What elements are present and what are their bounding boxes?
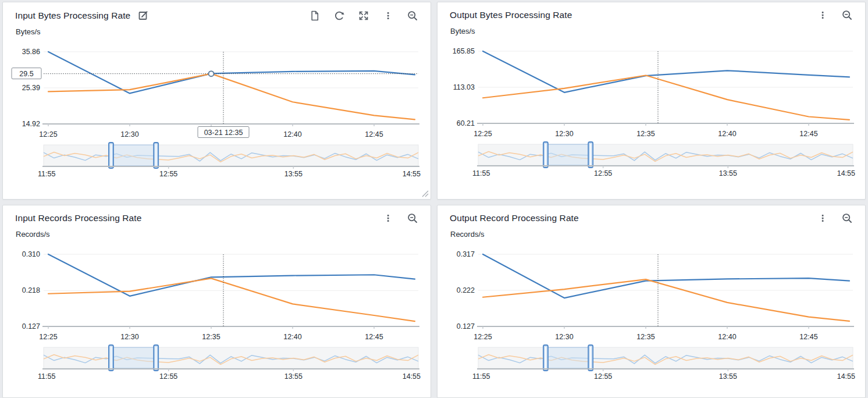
brush-tick-label: 11:55	[472, 372, 490, 381]
brush-selection[interactable]	[111, 145, 156, 166]
orange-series-line	[483, 75, 849, 119]
brush-tick-label: 13:55	[284, 372, 303, 381]
y-tick-label: 165.85	[453, 47, 475, 55]
widget-toolbar	[817, 10, 852, 20]
x-tick-label: 12:45	[799, 130, 817, 138]
brush-tick-label: 13:55	[719, 372, 737, 381]
panel-header: Output Record Processing Rate	[437, 205, 865, 223]
widget-toolbar	[310, 10, 418, 21]
crosshair-y-value: 29.5	[19, 70, 33, 78]
orange-series-line	[483, 279, 849, 321]
panel-title: Input Records Processing Rate	[15, 213, 141, 223]
kebab-menu-icon[interactable]	[817, 10, 828, 20]
panel-header: Input Records Processing Rate	[3, 205, 431, 223]
panel-output-bytes: Output Bytes Processing Rate Bytes/s 165…	[437, 2, 866, 200]
x-tick-label: 12:30	[555, 130, 573, 138]
expand-icon[interactable]	[358, 10, 369, 21]
refresh-icon[interactable]	[334, 10, 344, 21]
y-tick-label: 0.310	[22, 250, 40, 258]
brush-tick-label: 12:55	[159, 372, 177, 381]
y-tick-label: 0.222	[457, 286, 475, 294]
panel-input-records: Input Records Processing Rate Records/s …	[2, 205, 431, 398]
brush-tick-label: 13:55	[284, 170, 303, 178]
y-axis-unit-label: Bytes/s	[3, 21, 431, 36]
timeseries-chart[interactable]: 0.3100.2180.12712:2512:3012:3512:4012:45…	[8, 240, 426, 386]
x-tick-label: 12:25	[39, 333, 57, 341]
x-tick-label: 12:40	[283, 333, 301, 341]
kebab-menu-icon[interactable]	[383, 10, 393, 21]
panel-output-records: Output Record Processing Rate Records/s …	[437, 205, 866, 398]
brush-tick-label: 12:55	[594, 169, 612, 177]
y-tick-label: 0.218	[22, 286, 40, 294]
brush-tick-label: 11:55	[38, 372, 55, 381]
brush-tick-label: 12:55	[159, 170, 177, 178]
y-axis-unit-label: Records/s	[437, 223, 865, 239]
crosshair-x-value: 03-21 12:35	[204, 129, 243, 137]
brush-tick-label: 14:55	[837, 372, 855, 381]
hover-marker	[209, 71, 214, 76]
x-tick-label: 12:25	[474, 130, 492, 138]
brush-selection[interactable]	[546, 347, 590, 368]
zoom-out-icon[interactable]	[842, 213, 852, 223]
y-tick-label: 0.317	[457, 250, 475, 258]
x-tick-label: 12:35	[636, 333, 654, 341]
zoom-out-icon[interactable]	[407, 10, 418, 21]
kebab-menu-icon[interactable]	[383, 213, 393, 223]
kebab-menu-icon[interactable]	[817, 213, 828, 223]
zoom-out-icon[interactable]	[842, 10, 852, 20]
timeseries-chart[interactable]: 35.8625.3914.9212:2512:3012:4012:4529.50…	[8, 38, 426, 183]
x-tick-label: 12:30	[555, 333, 573, 341]
x-tick-label: 12:35	[636, 130, 654, 138]
blue-series-line	[48, 254, 415, 296]
x-tick-label: 12:30	[120, 130, 138, 138]
x-tick-label: 12:30	[120, 333, 138, 341]
brush-tick-label: 14:55	[403, 372, 421, 381]
x-tick-label: 12:45	[365, 130, 383, 138]
y-tick-label: 25.39	[22, 84, 40, 92]
brush-tick-label: 12:55	[594, 372, 612, 381]
orange-series-line	[48, 74, 415, 120]
blue-series-line	[48, 52, 415, 93]
brush-tick-label: 14:55	[837, 169, 855, 177]
dashboard-grid: Input Bytes Processing Rate Bytes/s 35.8…	[0, 0, 868, 398]
y-axis-unit-label: Records/s	[3, 223, 431, 239]
brush-tick-label: 11:55	[38, 170, 55, 178]
x-tick-label: 12:25	[39, 130, 57, 138]
brush-selection[interactable]	[546, 144, 590, 165]
x-tick-label: 12:25	[474, 333, 492, 341]
brush-tick-label: 14:55	[403, 170, 421, 178]
panel-header: Input Bytes Processing Rate	[3, 2, 431, 21]
x-tick-label: 12:35	[202, 333, 220, 341]
x-tick-label: 12:45	[365, 333, 383, 341]
y-tick-label: 0.127	[457, 322, 475, 331]
brush-selection[interactable]	[111, 347, 156, 368]
y-tick-label: 113.03	[453, 83, 475, 91]
y-tick-label: 60.21	[457, 119, 475, 127]
widget-toolbar	[817, 213, 852, 223]
resize-handle-icon[interactable]	[419, 188, 429, 197]
y-tick-label: 0.127	[22, 322, 40, 331]
y-tick-label: 35.86	[22, 48, 40, 56]
y-tick-label: 14.92	[22, 120, 40, 128]
timeseries-chart[interactable]: 0.3170.2220.12712:2512:3012:3512:4012:45…	[442, 240, 861, 386]
panel-title: Output Bytes Processing Rate	[450, 10, 572, 20]
panel-title: Output Record Processing Rate	[450, 213, 579, 223]
x-tick-label: 12:45	[799, 333, 817, 341]
y-axis-unit-label: Bytes/s	[437, 20, 865, 35]
edit-icon[interactable]	[138, 10, 149, 21]
panel-title: Input Bytes Processing Rate	[15, 10, 130, 21]
brush-tick-label: 13:55	[719, 169, 737, 177]
zoom-out-icon[interactable]	[407, 213, 418, 223]
orange-series-line	[48, 278, 415, 321]
x-tick-label: 12:40	[283, 130, 301, 138]
x-tick-label: 12:40	[718, 130, 736, 138]
timeseries-chart[interactable]: 165.85113.0360.2112:2512:3012:3512:4012:…	[442, 37, 861, 183]
panel-header: Output Bytes Processing Rate	[437, 2, 865, 20]
brush-tick-label: 11:55	[472, 169, 490, 177]
widget-toolbar	[383, 213, 418, 223]
document-icon[interactable]	[310, 10, 320, 21]
blue-series-line	[483, 51, 849, 93]
x-tick-label: 12:40	[718, 333, 736, 341]
panel-input-bytes: Input Bytes Processing Rate Bytes/s 35.8…	[2, 2, 431, 200]
